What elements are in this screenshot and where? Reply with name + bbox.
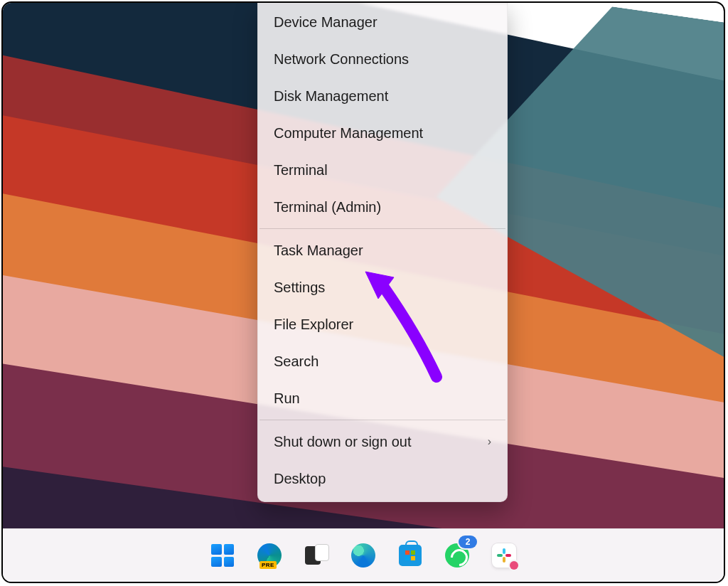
slack-icon <box>492 543 516 568</box>
menu-item-label: File Explorer <box>274 316 353 333</box>
edge-dev-badge: PRE <box>259 561 277 569</box>
menu-separator <box>259 420 505 420</box>
taskbar-center-items: PRE 2 <box>205 538 521 572</box>
store-button[interactable] <box>393 538 427 572</box>
menu-item-label: Task Manager <box>274 242 363 259</box>
screenshot-frame: Device Manager Network Connections Disk … <box>1 1 725 583</box>
menu-item-desktop[interactable]: Desktop <box>258 460 507 497</box>
whatsapp-button[interactable]: 2 <box>440 538 474 572</box>
menu-item-label: Device Manager <box>274 14 378 31</box>
menu-item-network-connections[interactable]: Network Connections <box>258 41 507 78</box>
menu-item-settings[interactable]: Settings <box>258 269 507 306</box>
menu-item-label: Terminal (Admin) <box>274 198 381 215</box>
edge-icon <box>351 543 375 568</box>
notification-badge: 2 <box>459 536 477 548</box>
desktop-area: Device Manager Network Connections Disk … <box>3 3 724 529</box>
menu-separator <box>259 228 505 229</box>
store-icon <box>399 545 422 566</box>
menu-item-label: Shut down or sign out <box>274 433 411 450</box>
menu-item-search[interactable]: Search <box>258 343 507 380</box>
menu-item-label: Disk Management <box>274 87 388 105</box>
menu-item-label: Terminal <box>274 161 328 179</box>
task-view-icon <box>305 544 328 567</box>
menu-item-label: Search <box>274 353 318 370</box>
slack-button[interactable] <box>487 538 521 572</box>
svg-rect-4 <box>505 554 511 557</box>
edge-dev-icon: PRE <box>257 543 282 568</box>
svg-rect-2 <box>497 554 503 557</box>
menu-item-label: Desktop <box>274 470 326 487</box>
menu-item-run[interactable]: Run <box>258 380 507 417</box>
notification-dot-icon <box>510 561 518 570</box>
menu-item-label: Network Connections <box>274 50 409 68</box>
menu-item-computer-management[interactable]: Computer Management <box>258 114 507 151</box>
svg-rect-3 <box>503 557 505 563</box>
menu-item-label: Computer Management <box>274 124 423 142</box>
menu-item-device-manager[interactable]: Device Manager <box>258 4 507 41</box>
start-button[interactable] <box>205 538 240 572</box>
menu-item-terminal-admin[interactable]: Terminal (Admin) <box>258 188 507 225</box>
taskbar: PRE 2 <box>3 528 724 582</box>
edge-dev-button[interactable]: PRE <box>252 538 287 572</box>
menu-item-disk-management[interactable]: Disk Management <box>258 78 507 114</box>
windows-logo-icon <box>211 544 234 567</box>
menu-item-task-manager[interactable]: Task Manager <box>258 232 507 269</box>
winx-context-menu: Device Manager Network Connections Disk … <box>257 3 508 502</box>
menu-item-label: Settings <box>274 279 325 296</box>
menu-item-label: Run <box>274 390 300 407</box>
menu-item-file-explorer[interactable]: File Explorer <box>258 306 507 343</box>
edge-button[interactable] <box>346 538 380 572</box>
chevron-right-icon: › <box>481 433 491 450</box>
menu-item-shutdown-signout[interactable]: Shut down or sign out › <box>258 423 507 460</box>
menu-item-terminal[interactable]: Terminal <box>258 151 507 188</box>
svg-rect-1 <box>503 548 505 554</box>
task-view-button[interactable] <box>299 538 333 572</box>
